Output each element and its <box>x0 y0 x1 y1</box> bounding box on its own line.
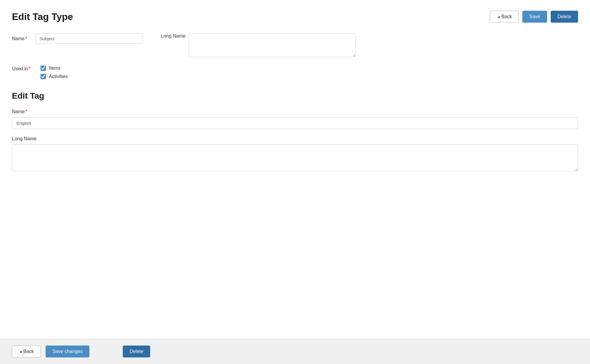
long-name-field-group: Long Name <box>161 33 355 57</box>
name-field-group: Name* <box>12 33 143 44</box>
page-wrapper: Edit Tag Type Back Save Delete Name* <box>0 0 590 364</box>
footer-bar: Back Save changes Delete <box>0 339 590 364</box>
items-checkbox-label: Items <box>49 66 60 71</box>
header-back-button[interactable]: Back <box>490 11 519 23</box>
edit-tag-section: Edit Tag Name* Long Name <box>12 91 578 172</box>
tag-type-name-input[interactable] <box>36 33 143 44</box>
back-arrow-icon <box>497 14 501 19</box>
footer-delete-button[interactable]: Delete <box>123 346 150 357</box>
long-name-label: Long Name <box>161 33 186 39</box>
tag-long-name-label-row: Long Name <box>12 136 578 141</box>
tag-long-name-label: Long Name <box>12 136 37 141</box>
name-required-star: * <box>25 36 27 41</box>
header-delete-button[interactable]: Delete <box>551 11 578 23</box>
tag-type-long-name-textarea[interactable] <box>189 33 355 57</box>
used-in-required-star: * <box>29 66 30 71</box>
tag-long-name-textarea[interactable] <box>12 144 578 171</box>
tag-type-form: Name* Long Name Used in* <box>12 33 578 79</box>
tag-name-label: Name* <box>12 109 33 114</box>
items-checkbox[interactable] <box>41 66 46 71</box>
footer-back-arrow-icon <box>19 349 23 354</box>
tag-name-field-wrapper: Name* <box>12 109 578 129</box>
header-row: Edit Tag Type Back Save Delete <box>12 11 578 23</box>
used-in-label: Used in* <box>12 66 36 71</box>
header-buttons: Back Save Delete <box>490 11 578 23</box>
tag-name-required-star: * <box>25 109 27 114</box>
items-checkbox-row: Items <box>41 66 68 71</box>
header-save-button[interactable]: Save <box>522 11 547 23</box>
main-content: Edit Tag Type Back Save Delete Name* <box>0 0 590 339</box>
save-changes-button[interactable]: Save changes <box>46 346 89 357</box>
tag-long-name-field-wrapper: Long Name <box>12 136 578 172</box>
activities-checkbox-label: Activities <box>49 74 68 79</box>
tag-name-input[interactable] <box>12 117 578 129</box>
checkboxes-column: Items Activities <box>41 66 68 79</box>
activities-checkbox[interactable] <box>41 74 46 79</box>
name-label: Name* <box>12 36 33 41</box>
footer-back-button[interactable]: Back <box>12 346 41 357</box>
activities-checkbox-row: Activities <box>41 74 68 79</box>
used-in-row: Used in* Items Activities <box>12 66 578 79</box>
page-title: Edit Tag Type <box>12 11 73 22</box>
edit-tag-title: Edit Tag <box>12 91 578 101</box>
tag-name-label-row: Name* <box>12 109 578 114</box>
